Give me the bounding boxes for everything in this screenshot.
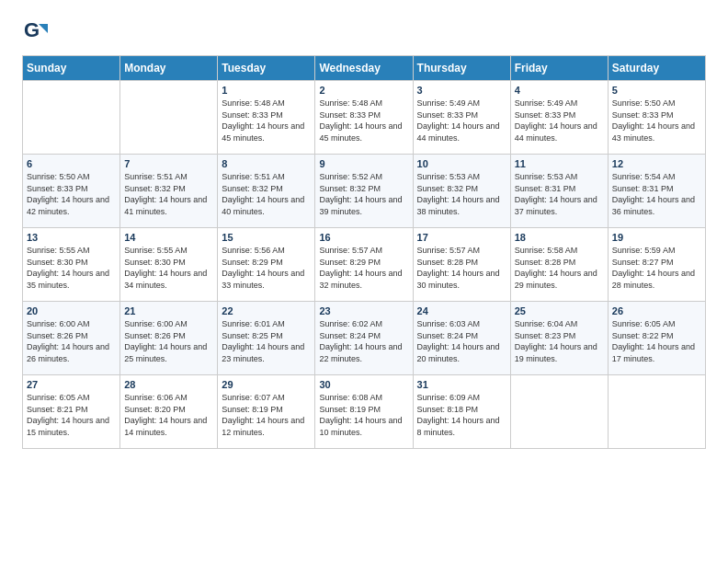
col-header-tuesday: Tuesday <box>218 56 315 81</box>
day-info: Sunrise: 6:05 AM Sunset: 8:21 PM Dayligh… <box>27 392 116 438</box>
day-number: 15 <box>222 232 311 243</box>
calendar-week-row: 27Sunrise: 6:05 AM Sunset: 8:21 PM Dayli… <box>23 375 706 449</box>
day-number: 7 <box>124 158 213 169</box>
calendar-cell: 9Sunrise: 5:52 AM Sunset: 8:32 PM Daylig… <box>315 155 413 228</box>
day-number: 30 <box>319 379 408 390</box>
svg-marker-1 <box>39 24 48 33</box>
day-number: 5 <box>612 85 701 96</box>
day-number: 8 <box>222 158 311 169</box>
calendar-cell: 20Sunrise: 6:00 AM Sunset: 8:26 PM Dayli… <box>23 302 120 375</box>
day-info: Sunrise: 6:09 AM Sunset: 8:18 PM Dayligh… <box>417 392 506 438</box>
col-header-wednesday: Wednesday <box>315 56 413 81</box>
calendar-cell: 8Sunrise: 5:51 AM Sunset: 8:32 PM Daylig… <box>218 155 315 228</box>
day-number: 21 <box>124 305 213 316</box>
calendar-cell <box>120 81 218 155</box>
day-number: 20 <box>27 305 116 316</box>
calendar-cell: 13Sunrise: 5:55 AM Sunset: 8:30 PM Dayli… <box>23 228 120 302</box>
calendar-cell: 19Sunrise: 5:59 AM Sunset: 8:27 PM Dayli… <box>608 228 705 302</box>
calendar-cell: 5Sunrise: 5:50 AM Sunset: 8:33 PM Daylig… <box>608 81 705 155</box>
col-header-sunday: Sunday <box>23 56 120 81</box>
calendar-cell: 10Sunrise: 5:53 AM Sunset: 8:32 PM Dayli… <box>413 155 510 228</box>
day-info: Sunrise: 6:00 AM Sunset: 8:26 PM Dayligh… <box>27 318 116 364</box>
day-number: 14 <box>124 232 213 243</box>
day-number: 27 <box>27 379 116 390</box>
day-number: 22 <box>222 305 311 316</box>
col-header-saturday: Saturday <box>608 56 705 81</box>
day-info: Sunrise: 5:55 AM Sunset: 8:30 PM Dayligh… <box>124 245 213 291</box>
col-header-thursday: Thursday <box>413 56 510 81</box>
day-number: 11 <box>515 158 604 169</box>
day-number: 31 <box>417 379 506 390</box>
day-info: Sunrise: 5:50 AM Sunset: 8:33 PM Dayligh… <box>612 98 701 144</box>
day-info: Sunrise: 5:50 AM Sunset: 8:33 PM Dayligh… <box>27 171 116 217</box>
day-info: Sunrise: 6:02 AM Sunset: 8:24 PM Dayligh… <box>319 318 408 364</box>
day-info: Sunrise: 5:51 AM Sunset: 8:32 PM Dayligh… <box>222 171 311 217</box>
day-number: 6 <box>27 158 116 169</box>
day-number: 1 <box>222 85 311 96</box>
calendar-cell: 21Sunrise: 6:00 AM Sunset: 8:26 PM Dayli… <box>120 302 218 375</box>
day-number: 2 <box>319 85 408 96</box>
calendar-cell: 26Sunrise: 6:05 AM Sunset: 8:22 PM Dayli… <box>608 302 705 375</box>
calendar-cell: 15Sunrise: 5:56 AM Sunset: 8:29 PM Dayli… <box>218 228 315 302</box>
day-number: 29 <box>222 379 311 390</box>
day-info: Sunrise: 5:54 AM Sunset: 8:31 PM Dayligh… <box>612 171 701 217</box>
day-info: Sunrise: 5:51 AM Sunset: 8:32 PM Dayligh… <box>124 171 213 217</box>
calendar-cell <box>23 81 120 155</box>
calendar-cell: 14Sunrise: 5:55 AM Sunset: 8:30 PM Dayli… <box>120 228 218 302</box>
logo-icon: G <box>22 18 48 44</box>
day-number: 24 <box>417 305 506 316</box>
calendar-cell: 29Sunrise: 6:07 AM Sunset: 8:19 PM Dayli… <box>218 375 315 449</box>
calendar-cell: 27Sunrise: 6:05 AM Sunset: 8:21 PM Dayli… <box>23 375 120 449</box>
day-info: Sunrise: 6:03 AM Sunset: 8:24 PM Dayligh… <box>417 318 506 364</box>
calendar-week-row: 13Sunrise: 5:55 AM Sunset: 8:30 PM Dayli… <box>23 228 706 302</box>
calendar-cell: 30Sunrise: 6:08 AM Sunset: 8:19 PM Dayli… <box>315 375 413 449</box>
day-info: Sunrise: 5:48 AM Sunset: 8:33 PM Dayligh… <box>222 98 311 144</box>
day-info: Sunrise: 5:55 AM Sunset: 8:30 PM Dayligh… <box>27 245 116 291</box>
calendar-cell: 31Sunrise: 6:09 AM Sunset: 8:18 PM Dayli… <box>413 375 510 449</box>
col-header-friday: Friday <box>510 56 608 81</box>
day-info: Sunrise: 6:01 AM Sunset: 8:25 PM Dayligh… <box>222 318 311 364</box>
day-info: Sunrise: 5:57 AM Sunset: 8:28 PM Dayligh… <box>417 245 506 291</box>
calendar-cell: 12Sunrise: 5:54 AM Sunset: 8:31 PM Dayli… <box>608 155 705 228</box>
day-info: Sunrise: 5:57 AM Sunset: 8:29 PM Dayligh… <box>319 245 408 291</box>
day-info: Sunrise: 5:56 AM Sunset: 8:29 PM Dayligh… <box>222 245 311 291</box>
day-info: Sunrise: 5:49 AM Sunset: 8:33 PM Dayligh… <box>515 98 604 144</box>
col-header-monday: Monday <box>120 56 218 81</box>
day-number: 26 <box>612 305 701 316</box>
day-number: 17 <box>417 232 506 243</box>
calendar-cell: 1Sunrise: 5:48 AM Sunset: 8:33 PM Daylig… <box>218 81 315 155</box>
calendar-week-row: 20Sunrise: 6:00 AM Sunset: 8:26 PM Dayli… <box>23 302 706 375</box>
day-info: Sunrise: 5:48 AM Sunset: 8:33 PM Dayligh… <box>319 98 408 144</box>
day-number: 9 <box>319 158 408 169</box>
day-info: Sunrise: 5:58 AM Sunset: 8:28 PM Dayligh… <box>515 245 604 291</box>
day-info: Sunrise: 6:00 AM Sunset: 8:26 PM Dayligh… <box>124 318 213 364</box>
day-info: Sunrise: 5:49 AM Sunset: 8:33 PM Dayligh… <box>417 98 506 144</box>
day-info: Sunrise: 5:59 AM Sunset: 8:27 PM Dayligh… <box>612 245 701 291</box>
day-number: 13 <box>27 232 116 243</box>
svg-text:G: G <box>24 18 40 41</box>
calendar-cell: 23Sunrise: 6:02 AM Sunset: 8:24 PM Dayli… <box>315 302 413 375</box>
calendar-cell: 24Sunrise: 6:03 AM Sunset: 8:24 PM Dayli… <box>413 302 510 375</box>
day-info: Sunrise: 6:08 AM Sunset: 8:19 PM Dayligh… <box>319 392 408 438</box>
calendar-cell: 6Sunrise: 5:50 AM Sunset: 8:33 PM Daylig… <box>23 155 120 228</box>
calendar-week-row: 6Sunrise: 5:50 AM Sunset: 8:33 PM Daylig… <box>23 155 706 228</box>
day-info: Sunrise: 5:53 AM Sunset: 8:32 PM Dayligh… <box>417 171 506 217</box>
calendar-cell: 3Sunrise: 5:49 AM Sunset: 8:33 PM Daylig… <box>413 81 510 155</box>
calendar-cell: 28Sunrise: 6:06 AM Sunset: 8:20 PM Dayli… <box>120 375 218 449</box>
calendar-cell: 16Sunrise: 5:57 AM Sunset: 8:29 PM Dayli… <box>315 228 413 302</box>
day-info: Sunrise: 6:05 AM Sunset: 8:22 PM Dayligh… <box>612 318 701 364</box>
day-number: 4 <box>515 85 604 96</box>
day-number: 16 <box>319 232 408 243</box>
day-number: 3 <box>417 85 506 96</box>
calendar-cell: 17Sunrise: 5:57 AM Sunset: 8:28 PM Dayli… <box>413 228 510 302</box>
page-header: G <box>22 18 706 44</box>
logo: G <box>22 18 51 44</box>
calendar-week-row: 1Sunrise: 5:48 AM Sunset: 8:33 PM Daylig… <box>23 81 706 155</box>
day-number: 10 <box>417 158 506 169</box>
day-info: Sunrise: 6:07 AM Sunset: 8:19 PM Dayligh… <box>222 392 311 438</box>
calendar-table: SundayMondayTuesdayWednesdayThursdayFrid… <box>22 55 706 449</box>
calendar-cell: 4Sunrise: 5:49 AM Sunset: 8:33 PM Daylig… <box>510 81 608 155</box>
calendar-cell: 22Sunrise: 6:01 AM Sunset: 8:25 PM Dayli… <box>218 302 315 375</box>
calendar-cell: 7Sunrise: 5:51 AM Sunset: 8:32 PM Daylig… <box>120 155 218 228</box>
day-number: 18 <box>515 232 604 243</box>
